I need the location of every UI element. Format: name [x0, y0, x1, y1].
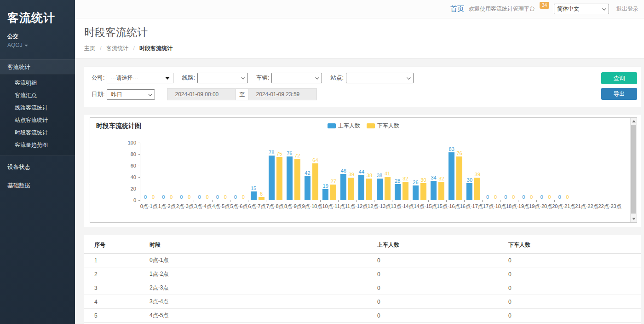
sidebar-item-3[interactable]: 站点客流统计 [0, 114, 75, 127]
bar-value-label: 41 [385, 171, 390, 176]
bar-column[interactable]: 83 [448, 146, 454, 200]
bar-column[interactable]: 28 [395, 178, 401, 200]
bar-value-label: 72 [294, 153, 300, 158]
home-link[interactable]: 首页 [450, 5, 464, 13]
legend-item-alight[interactable]: 下车人数 [367, 122, 399, 130]
bar [322, 189, 328, 200]
table-cell: 0 [508, 323, 641, 324]
query-button[interactable]: 查询 [601, 72, 637, 84]
bar-column[interactable]: 0 [232, 194, 238, 200]
bar-value-label: 0 [198, 194, 201, 200]
sidebar-item-5[interactable]: 客流量趋势图 [0, 139, 75, 151]
x-tick-label: 19点-20点 [529, 203, 552, 210]
bar-column[interactable]: 6 [259, 191, 264, 201]
top-header: 首页 欢迎使用客流统计管理平台 34 简体中文 退出登录 [75, 0, 644, 18]
bar-column[interactable]: 46 [340, 168, 346, 201]
scrollbar-thumb[interactable] [631, 125, 636, 214]
legend-item-board[interactable]: 上车人数 [328, 122, 360, 130]
bar-column[interactable]: 0 [557, 194, 563, 200]
date-to-input[interactable]: 2024-01-09 23:59 [248, 89, 316, 100]
bar-column[interactable]: 30 [466, 177, 472, 201]
app-title: 客流统计 [0, 0, 75, 25]
sidebar-item-1[interactable]: 客流汇总 [0, 89, 75, 102]
bar-column[interactable]: 15 [251, 185, 257, 200]
vehicle-select[interactable] [271, 73, 322, 83]
bar-column[interactable]: 0 [493, 194, 499, 200]
bar-column[interactable]: 0 [511, 194, 517, 200]
scroll-down-icon[interactable] [632, 218, 636, 220]
sidebar-group-0[interactable]: 设备状态 [0, 160, 75, 174]
bar-column[interactable]: 0 [186, 194, 192, 200]
x-tick-label: 5点-6点 [230, 203, 248, 210]
sidebar-submenu: 客流明细客流汇总线路客流统计站点客流统计时段客流统计客流量趋势图 [0, 75, 75, 156]
bar-column[interactable]: 0 [485, 194, 491, 200]
bar-column[interactable]: 0 [196, 194, 202, 200]
bar-column[interactable]: 0 [161, 194, 167, 200]
bar-column[interactable]: 19 [322, 183, 328, 200]
bar-column[interactable]: 39 [348, 172, 354, 200]
breadcrumb-home[interactable]: 主页 [84, 45, 95, 52]
logout-link[interactable]: 退出登录 [616, 5, 638, 13]
bar-column[interactable]: 64 [312, 157, 318, 200]
sidebar-group-passenger-stats[interactable]: 客流统计 [0, 59, 75, 75]
date-preset-select[interactable]: 昨日 [107, 89, 155, 100]
line-select[interactable] [197, 73, 248, 83]
sidebar-item-4[interactable]: 时段客流统计 [0, 127, 75, 139]
date-from-input[interactable]: 2024-01-09 00:00 [167, 89, 236, 100]
bar-column[interactable]: 32 [402, 176, 408, 200]
sidebar-item-0[interactable]: 客流明细 [0, 77, 75, 89]
bar-column[interactable]: 78 [269, 150, 275, 201]
bar-column[interactable]: 72 [294, 153, 300, 200]
filter-panel: 公司: ---请选择--- 线路: 车辆: 站点: 日期: 昨日 [84, 67, 641, 107]
breadcrumb-section[interactable]: 客流统计 [106, 45, 128, 52]
notification-badge[interactable]: 34 [540, 2, 549, 9]
bar-column[interactable]: 27 [330, 179, 336, 200]
bar-column[interactable]: 75 [276, 151, 282, 200]
bar-column[interactable]: 38 [366, 173, 372, 201]
bar-column[interactable]: 42 [305, 170, 310, 201]
vertical-scrollbar[interactable] [630, 118, 637, 222]
bar-value-label: 0 [494, 194, 497, 200]
station-select[interactable] [346, 73, 414, 83]
bar-column[interactable]: 41 [385, 171, 391, 200]
legend-swatch-blue [328, 123, 336, 128]
bar-column[interactable]: 0 [521, 194, 527, 200]
company-select[interactable]: ---请选择--- [107, 73, 173, 83]
user-dropdown[interactable]: AQGJ [0, 40, 75, 48]
bar-column[interactable]: 0 [539, 194, 545, 200]
bar-column[interactable]: 0 [150, 194, 156, 200]
bar-column[interactable]: 44 [358, 169, 364, 200]
bar-column[interactable]: 0 [546, 194, 552, 200]
bar-column[interactable]: 38 [377, 173, 383, 201]
bar-column[interactable]: 0 [529, 194, 535, 200]
sidebar: 客流统计 公交 AQGJ 客流统计 客流明细客流汇总线路客流统计站点客流统计时段… [0, 0, 75, 324]
language-select[interactable]: 简体中文 [554, 4, 609, 14]
export-button[interactable]: 导出 [601, 88, 637, 100]
sidebar-item-2[interactable]: 线路客流统计 [0, 102, 75, 114]
bar-column[interactable]: 0 [240, 194, 246, 200]
bar-value-label: 0 [224, 194, 227, 200]
bar-column[interactable]: 0 [214, 194, 220, 200]
sidebar-group-1[interactable]: 基础数据 [0, 179, 75, 192]
bar-column[interactable]: 26 [413, 179, 419, 201]
bar-column[interactable]: 32 [438, 176, 444, 200]
bar-column[interactable]: 0 [503, 194, 509, 200]
bar-column[interactable]: 0 [178, 194, 184, 200]
x-axis-labels: 0点-1点1点-2点2点-3点3点-4点4点-5点5点-6点6点-7点7点-8点… [140, 203, 572, 210]
bar-column[interactable]: 39 [474, 172, 480, 200]
bar-column[interactable]: 76 [287, 150, 293, 200]
scroll-up-icon[interactable] [632, 120, 636, 122]
bar-column[interactable]: 76 [456, 150, 462, 200]
bar-column[interactable]: 30 [420, 177, 426, 201]
bar [340, 174, 346, 201]
main-area: 首页 欢迎使用客流统计管理平台 34 简体中文 退出登录 时段客流统计 主页 /… [75, 0, 644, 324]
x-tick-label: 11点-12点 [345, 203, 368, 210]
bar-column[interactable]: 34 [431, 175, 437, 201]
bar-column[interactable]: 0 [168, 194, 174, 200]
bar-column[interactable]: 0 [143, 194, 149, 200]
bar-group: 00 [483, 194, 500, 200]
data-table: 序号 时段 上车人数 下车人数 10点-1点0021点-2点0032点-3点00… [84, 237, 641, 324]
bar-column[interactable]: 0 [204, 194, 210, 200]
bar-column[interactable]: 0 [222, 194, 228, 200]
bar-column[interactable]: 0 [564, 194, 570, 200]
